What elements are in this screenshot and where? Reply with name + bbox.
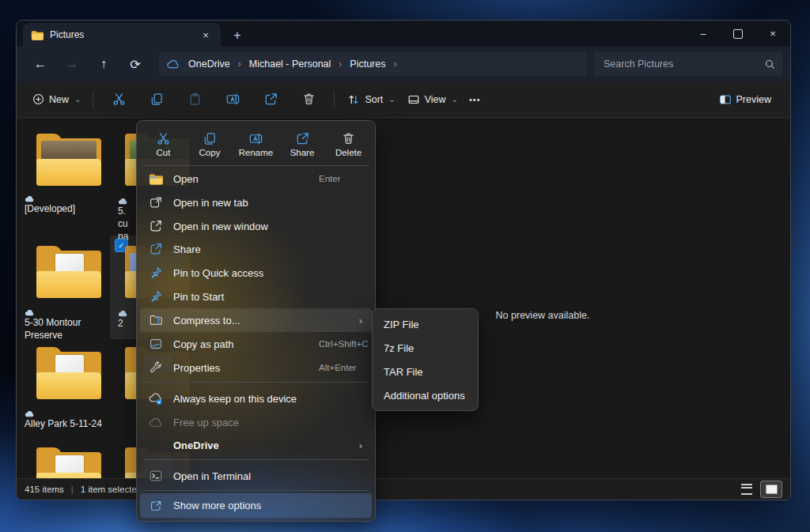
rename-quick-action[interactable]: Rename (234, 129, 278, 160)
breadcrumb: OneDrive › Michael - Personal › Pictures… (159, 52, 586, 76)
delete-button[interactable] (290, 86, 327, 113)
new-button[interactable]: New ⌄ (26, 86, 86, 113)
up-button[interactable]: ↑ (90, 51, 117, 77)
chevron-down-icon: ⌄ (452, 95, 458, 104)
share-icon (295, 131, 310, 146)
cut-icon (156, 131, 171, 146)
menu-item-open-in-new-window[interactable]: Open in new window (140, 214, 372, 238)
menu-item-share[interactable]: Share (140, 237, 372, 261)
cut-quick-action[interactable]: Cut (142, 129, 186, 160)
chevron-down-icon: ⌄ (388, 95, 395, 104)
show-more-icon (148, 498, 164, 514)
breadcrumb-item-michael-personal[interactable]: Michael - Personal (244, 57, 336, 71)
minimize-button[interactable]: – (686, 21, 721, 47)
details-view-button[interactable] (736, 481, 757, 497)
menu-item-show-more-options[interactable]: Show more options (140, 493, 372, 518)
submenu-item-7z-file[interactable]: 7z File (376, 336, 475, 360)
new-button-label: New (49, 94, 69, 105)
close-button[interactable]: × (755, 21, 790, 47)
status-separator: | (71, 485, 74, 494)
menu-item-open-in-terminal[interactable]: Open in Terminal (140, 464, 372, 488)
preview-icon (718, 92, 732, 107)
context-menu: Cut Copy Rename Share Delete Open (136, 120, 376, 522)
copy-button[interactable] (138, 86, 176, 113)
list-view-icon (741, 484, 752, 495)
menu-item-always-keep-on-device[interactable]: Always keep on this device (140, 387, 372, 410)
search-box (594, 52, 782, 76)
compress-submenu: ZIP File 7z File TAR File Additional opt… (372, 308, 479, 411)
folder-icon (148, 171, 164, 187)
menu-separator (143, 165, 369, 166)
menu-item-properties[interactable]: Properties Alt+Enter (140, 356, 372, 379)
new-tab-button[interactable]: + (225, 25, 249, 47)
see-more-button[interactable]: ••• (464, 86, 486, 113)
share-icon (263, 92, 278, 107)
paste-icon (187, 92, 202, 107)
menu-separator (143, 490, 369, 491)
folder-icon (31, 30, 44, 40)
cut-button[interactable] (100, 86, 138, 113)
toolbar-divider (334, 91, 335, 108)
file-label: Alley Park 5-11-24 (25, 409, 113, 430)
file-item-partial[interactable] (25, 447, 113, 479)
menu-item-open[interactable]: Open Enter (140, 167, 372, 191)
copy-quick-action[interactable]: Copy (187, 129, 232, 160)
window-controls: – × (686, 21, 790, 47)
share-quick-action[interactable]: Share (280, 129, 324, 160)
refresh-button[interactable]: ⟳ (122, 51, 149, 77)
maximize-button[interactable] (721, 21, 755, 47)
tab-close-icon[interactable]: × (199, 29, 213, 41)
forward-button[interactable]: → (59, 51, 85, 77)
share-icon (148, 241, 164, 257)
breadcrumb-item-onedrive[interactable]: OneDrive (184, 57, 235, 71)
sort-button-label: Sort (365, 94, 383, 105)
thumbnail-view-button[interactable] (760, 481, 782, 498)
cloud-status-icon (25, 308, 36, 316)
paste-button[interactable] (176, 86, 214, 113)
plus-circle-icon (32, 92, 45, 106)
file-explorer-window: Pictures × + – × ← → ↑ ⟳ OneDrive › Mich (16, 20, 791, 500)
file-item-alley-park[interactable] (25, 347, 113, 399)
menu-item-pin-to-start[interactable]: Pin to Start (140, 285, 372, 308)
delete-icon (301, 92, 316, 107)
menu-item-compress-to[interactable]: Compress to... › (140, 308, 372, 332)
more-ellipsis-icon: ••• (469, 95, 481, 104)
status-bar: 415 items | 1 item selected (17, 478, 790, 500)
view-button[interactable]: View ⌄ (401, 86, 464, 113)
search-icon[interactable] (764, 58, 776, 70)
menu-item-onedrive[interactable]: OneDrive › (140, 433, 372, 457)
view-button-label: View (425, 94, 446, 105)
rename-button[interactable] (214, 86, 252, 113)
submenu-item-zip-file[interactable]: ZIP File (376, 312, 475, 336)
menu-item-free-up-space[interactable]: Free up space (140, 410, 372, 434)
menu-item-open-in-new-tab[interactable]: Open in new tab (140, 191, 372, 214)
menu-item-copy-as-path[interactable]: Copy as path Ctrl+Shift+C (140, 332, 372, 356)
file-item-montour[interactable] (25, 246, 113, 298)
share-button[interactable] (252, 86, 290, 113)
back-button[interactable]: ← (27, 51, 54, 77)
file-label: [Developed] (25, 194, 113, 215)
rename-icon (248, 131, 263, 146)
tab-pictures[interactable]: Pictures × (23, 23, 221, 47)
submenu-chevron-icon: › (359, 440, 362, 451)
cloud-check-icon (148, 391, 164, 406)
maximize-icon (733, 29, 743, 39)
copy-icon (150, 92, 165, 107)
submenu-item-additional-options[interactable]: Additional options (376, 383, 475, 407)
onedrive-cloud-icon (167, 59, 180, 69)
folder-thumbnail (35, 246, 103, 298)
command-bar: New ⌄ Sor (17, 81, 790, 118)
preview-toggle-button[interactable]: Preview (713, 86, 781, 113)
preview-button-label: Preview (736, 94, 771, 105)
submenu-item-tar-file[interactable]: TAR File (376, 360, 475, 383)
file-item-developed[interactable] (25, 134, 113, 186)
copy-path-icon (148, 336, 164, 352)
breadcrumb-item-pictures[interactable]: Pictures (345, 57, 390, 71)
sort-button[interactable]: Sort ⌄ (341, 86, 400, 113)
file-label: 5-30 Montour Preserve (25, 308, 113, 341)
no-icon (148, 437, 164, 453)
delete-quick-action[interactable]: Delete (327, 129, 371, 160)
search-input[interactable] (602, 58, 764, 70)
menu-item-pin-to-quick-access[interactable]: Pin to Quick access (140, 261, 372, 285)
copy-icon (202, 131, 218, 146)
